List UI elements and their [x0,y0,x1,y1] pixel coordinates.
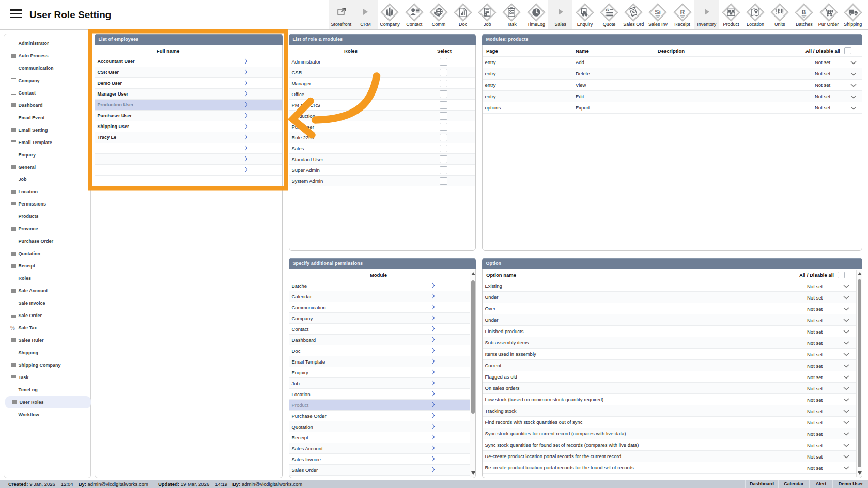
svg-text:R: R [680,9,685,16]
svg-text:“: “ [605,6,609,15]
svg-text:Si: Si [655,9,661,16]
svg-text:B: B [802,9,807,16]
